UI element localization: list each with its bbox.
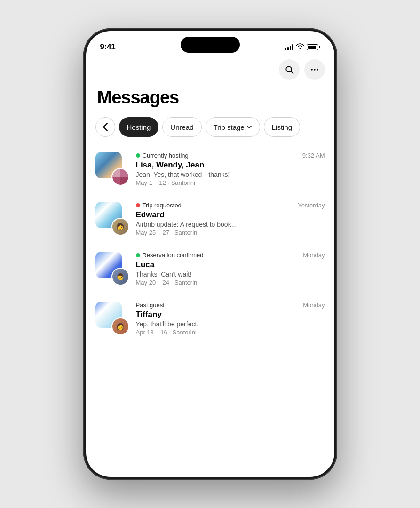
message-status: Trip requested <box>136 202 182 209</box>
message-meta: May 1 – 12 · Santorini <box>136 179 325 186</box>
phone-screen: 9:41 <box>86 31 334 477</box>
message-item[interactable]: 🧑 Trip requested Yesterday Edward Airbnb… <box>86 194 334 244</box>
svg-point-4 <box>317 69 318 70</box>
avatar-container: 🧑 <box>95 202 129 236</box>
search-button[interactable] <box>279 59 300 80</box>
message-item[interactable]: 👩 Past guest Monday Tiffany Yep, that'll… <box>86 294 334 343</box>
status-dot-green <box>136 253 140 257</box>
message-sender: Lisa, Wendy, Jean <box>136 160 325 170</box>
message-meta: May 20 – 24 · Santorini <box>136 279 325 286</box>
message-preview: Yep, that'll be perfect. <box>136 320 325 328</box>
header-actions <box>86 56 334 80</box>
message-status: Past guest <box>136 302 165 309</box>
phone-frame: 9:41 <box>83 28 337 480</box>
svg-point-0 <box>286 66 292 72</box>
signal-icon <box>285 44 293 50</box>
more-options-button[interactable] <box>304 59 325 80</box>
message-sender: Tiffany <box>136 310 325 319</box>
filter-row: Hosting Unread Trip stage Listing <box>86 111 334 143</box>
page-title: Messages <box>86 80 334 111</box>
message-preview: Airbnb update: A request to book... <box>136 221 325 228</box>
avatar-container <box>95 152 129 186</box>
svg-point-3 <box>314 69 315 70</box>
message-meta: Apr 13 – 16 · Santorini <box>136 329 325 336</box>
message-item[interactable]: Currently hosting 9:32 AM Lisa, Wendy, J… <box>86 144 334 194</box>
filter-trip-stage[interactable]: Trip stage <box>206 117 260 137</box>
dynamic-island <box>181 37 240 53</box>
message-content: Reservation confirmed Monday Luca Thanks… <box>136 252 325 286</box>
message-time: Yesterday <box>298 202 325 209</box>
status-dot-red <box>136 203 140 207</box>
message-preview: Jean: Yes, that worked—thanks! <box>136 171 325 178</box>
message-content: Past guest Monday Tiffany Yep, that'll b… <box>136 302 325 336</box>
wifi-icon <box>296 43 304 51</box>
message-status: Reservation confirmed <box>136 252 204 259</box>
guest-avatar: 👩 <box>111 318 129 335</box>
message-time: 9:32 AM <box>302 152 325 159</box>
message-time: Monday <box>303 302 325 309</box>
guest-avatar: 🧑 <box>111 218 129 236</box>
svg-line-1 <box>291 71 293 73</box>
message-time: Monday <box>303 252 325 259</box>
message-item[interactable]: 👨 Reservation confirmed Monday Luca Than… <box>86 244 334 294</box>
filter-unread[interactable]: Unread <box>162 117 201 137</box>
avatar-container: 👩 <box>95 302 129 335</box>
message-sender: Luca <box>136 260 325 270</box>
battery-icon <box>307 44 320 50</box>
message-preview: Thanks. Can't wait! <box>136 270 325 278</box>
filter-hosting[interactable]: Hosting <box>119 117 159 137</box>
status-time: 9:41 <box>100 42 116 52</box>
svg-point-2 <box>311 69 312 70</box>
message-content: Currently hosting 9:32 AM Lisa, Wendy, J… <box>136 152 325 186</box>
message-sender: Edward <box>136 210 325 220</box>
message-meta: May 25 – 27 · Santorini <box>136 229 325 236</box>
message-content: Trip requested Yesterday Edward Airbnb u… <box>136 202 325 236</box>
message-list: Currently hosting 9:32 AM Lisa, Wendy, J… <box>86 143 334 345</box>
avatar-container: 👨 <box>95 252 129 286</box>
status-icons <box>285 43 320 51</box>
group-avatar <box>111 168 129 186</box>
filter-listing[interactable]: Listing <box>264 117 300 137</box>
back-button[interactable] <box>95 117 115 137</box>
status-dot-green <box>136 153 140 158</box>
message-status: Currently hosting <box>136 152 189 159</box>
guest-avatar: 👨 <box>111 268 129 286</box>
